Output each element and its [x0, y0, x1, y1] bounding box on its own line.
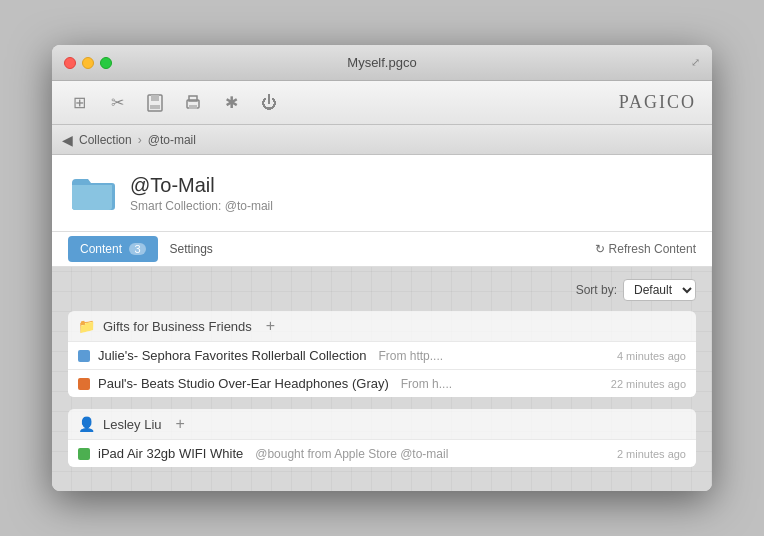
collection-folder-icon — [68, 169, 116, 217]
traffic-lights — [64, 57, 112, 69]
toolbar: ⊞ ✂ ✱ ⏻ PAGICO — [52, 81, 712, 125]
back-button[interactable]: ◀ — [62, 132, 73, 148]
item-time: 4 minutes ago — [617, 350, 686, 362]
titlebar: Myself.pgco ⤢ — [52, 45, 712, 81]
tabs-bar: Content 3 Settings ↻ Refresh Content — [52, 232, 712, 267]
group-person-icon: 👤 — [78, 416, 95, 432]
svg-rect-2 — [150, 105, 160, 109]
save-icon[interactable] — [144, 92, 166, 114]
breadcrumb-current[interactable]: @to-mail — [148, 133, 196, 147]
list-item[interactable]: iPad Air 32gb WIFI White @bought from Ap… — [68, 439, 696, 467]
sort-row: Sort by: Default Name Date Priority — [68, 279, 696, 301]
svg-rect-4 — [189, 96, 197, 101]
item-time: 22 minutes ago — [611, 378, 686, 390]
main-content: Sort by: Default Name Date Priority 📁 Gi… — [52, 267, 712, 491]
collection-info: @To-Mail Smart Collection: @to-mail — [130, 174, 273, 213]
grid-icon[interactable]: ⊞ — [68, 92, 90, 114]
breadcrumb-collection[interactable]: Collection — [79, 133, 132, 147]
cut-icon[interactable]: ✂ — [106, 92, 128, 114]
settings-icon[interactable]: ✱ — [220, 92, 242, 114]
group-add-button[interactable]: + — [266, 317, 275, 335]
item-source: @bought from Apple Store @to-mail — [255, 447, 448, 461]
item-source: From h.... — [401, 377, 452, 391]
pagico-logo: PAGICO — [619, 92, 696, 113]
close-button[interactable] — [64, 57, 76, 69]
list-item[interactable]: Paul's- Beats Studio Over-Ear Headphones… — [68, 369, 696, 397]
sort-select[interactable]: Default Name Date Priority — [623, 279, 696, 301]
breadcrumb: ◀ Collection › @to-mail — [52, 125, 712, 155]
item-color-dot — [78, 350, 90, 362]
collection-header: @To-Mail Smart Collection: @to-mail — [52, 155, 712, 232]
item-color-dot — [78, 448, 90, 460]
group-folder-icon: 📁 — [78, 318, 95, 334]
item-title: Paul's- Beats Studio Over-Ear Headphones… — [98, 376, 389, 391]
breadcrumb-separator: › — [138, 133, 142, 147]
list-item[interactable]: Julie's- Sephora Favorites Rollerball Co… — [68, 341, 696, 369]
item-title: Julie's- Sephora Favorites Rollerball Co… — [98, 348, 366, 363]
window-title: Myself.pgco — [347, 55, 416, 70]
minimize-button[interactable] — [82, 57, 94, 69]
group-header: 📁 Gifts for Business Friends + — [68, 311, 696, 341]
group-block: 📁 Gifts for Business Friends + Julie's- … — [68, 311, 696, 397]
main-window: Myself.pgco ⤢ ⊞ ✂ ✱ ⏻ PAGICO ◀ Collectio… — [52, 45, 712, 491]
group-name: Lesley Liu — [103, 417, 162, 432]
print-icon[interactable] — [182, 92, 204, 114]
group-header: 👤 Lesley Liu + — [68, 409, 696, 439]
power-icon[interactable]: ⏻ — [258, 92, 280, 114]
collection-subtitle: Smart Collection: @to-mail — [130, 199, 273, 213]
group-add-button[interactable]: + — [176, 415, 185, 433]
group-name: Gifts for Business Friends — [103, 319, 252, 334]
content-badge: 3 — [129, 243, 145, 255]
item-title: iPad Air 32gb WIFI White — [98, 446, 243, 461]
item-source: From http.... — [378, 349, 443, 363]
item-time: 2 minutes ago — [617, 448, 686, 460]
collection-title: @To-Mail — [130, 174, 273, 197]
refresh-icon: ↻ — [595, 242, 605, 256]
sort-label: Sort by: — [576, 283, 617, 297]
group-block: 👤 Lesley Liu + iPad Air 32gb WIFI White … — [68, 409, 696, 467]
tab-settings[interactable]: Settings — [158, 234, 225, 264]
svg-rect-5 — [189, 105, 197, 109]
svg-rect-1 — [151, 95, 159, 101]
tab-content[interactable]: Content 3 — [68, 236, 158, 262]
expand-icon[interactable]: ⤢ — [691, 56, 700, 69]
fullscreen-button[interactable] — [100, 57, 112, 69]
item-color-dot — [78, 378, 90, 390]
refresh-button[interactable]: ↻ Refresh Content — [595, 242, 696, 256]
